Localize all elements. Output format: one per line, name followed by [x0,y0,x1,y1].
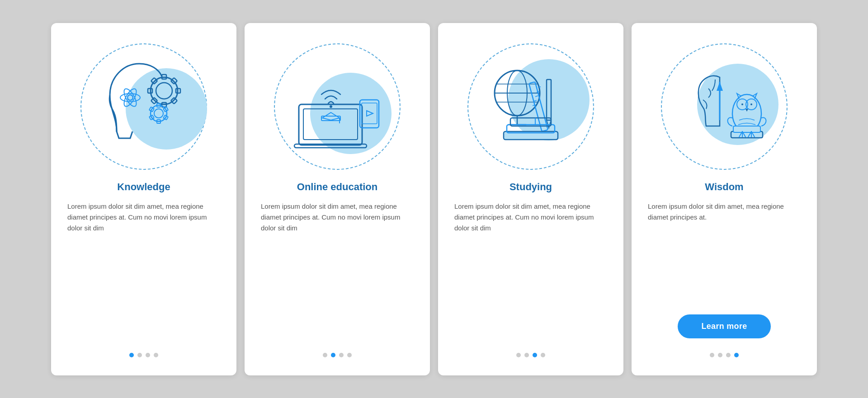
wisdom-illustration [656,41,792,172]
studying-icon [476,52,585,161]
dot-2 [718,353,722,357]
wisdom-icon [670,52,778,161]
knowledge-dots [129,353,158,357]
online-education-dots [323,353,352,357]
online-education-icon [283,52,392,161]
dot-3 [533,353,537,357]
svg-point-0 [127,95,133,100]
svg-point-15 [154,109,163,118]
svg-line-41 [537,91,539,92]
svg-rect-27 [294,144,367,148]
knowledge-illustration [76,41,212,172]
card-wisdom: Wisdom Lorem ipsum dolor sit dim amet, m… [632,23,817,375]
card-knowledge: Knowledge Lorem ipsum dolor sit dim amet… [51,23,236,375]
learn-more-button[interactable]: Learn more [678,314,770,338]
knowledge-text: Lorem ipsum dolor sit dim amet, mea regi… [67,201,220,342]
dot-2 [524,353,529,357]
svg-rect-62 [733,126,760,132]
dot-2 [331,353,335,357]
dot-4 [541,353,545,357]
dot-4 [154,353,158,357]
dot-1 [516,353,521,357]
svg-rect-23 [303,109,358,140]
svg-point-5 [156,83,172,99]
dot-1 [323,353,327,357]
svg-point-58 [741,103,743,105]
online-education-title: Online education [297,181,377,193]
svg-rect-39 [529,82,548,131]
cards-container: Knowledge Lorem ipsum dolor sit dim amet… [33,5,835,393]
svg-line-42 [535,96,538,97]
online-education-illustration [269,41,405,172]
dot-3 [146,353,150,357]
dot-4 [347,353,352,357]
knowledge-title: Knowledge [117,181,170,193]
studying-text: Lorem ipsum dolor sit dim amet, mea regi… [454,201,607,342]
svg-marker-60 [745,109,748,112]
card-online-education: Online education Lorem ipsum dolor sit d… [245,23,430,375]
dot-2 [137,353,142,357]
studying-dots [516,353,545,357]
wisdom-text: Lorem ipsum dolor sit dim amet, mea regi… [648,201,801,309]
svg-marker-52 [717,82,723,91]
svg-rect-45 [547,80,551,120]
svg-point-4 [151,77,178,104]
studying-illustration [463,41,599,172]
dot-1 [710,353,714,357]
dot-3 [339,353,344,357]
svg-point-31 [330,105,332,108]
knowledge-icon [90,52,198,161]
svg-rect-22 [299,104,362,145]
online-education-text: Lorem ipsum dolor sit dim amet, mea regi… [261,201,414,342]
wisdom-title: Wisdom [705,181,743,193]
wisdom-dots [710,353,739,357]
studying-title: Studying [509,181,552,193]
dot-3 [726,353,731,357]
svg-point-59 [750,103,752,105]
dot-1 [129,353,134,357]
dot-4 [734,353,739,357]
card-studying: Studying Lorem ipsum dolor sit dim amet,… [438,23,623,375]
svg-marker-30 [367,111,373,116]
svg-line-43 [534,100,537,101]
